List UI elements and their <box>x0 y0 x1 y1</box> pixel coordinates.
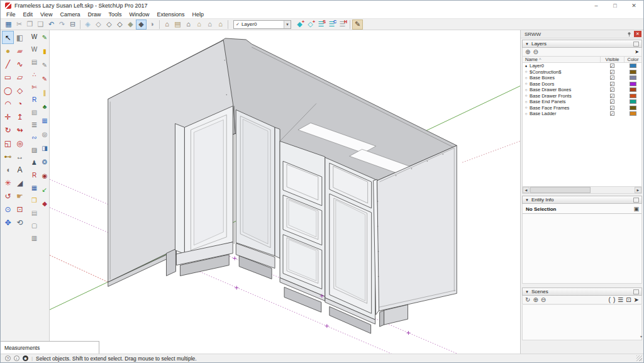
maximize-button[interactable]: □ <box>606 1 625 11</box>
visible-checkbox[interactable]: ✓ <box>610 64 614 68</box>
paint-bucket-tool[interactable]: ● <box>2 44 14 57</box>
layers-panel-header[interactable]: ▼ Layers <box>522 40 642 48</box>
plugin-cutwriter-icon[interactable]: W <box>29 31 40 43</box>
arc-tool[interactable]: ◠ <box>2 97 14 110</box>
paste-button[interactable]: ❑ <box>35 20 46 30</box>
layer-row[interactable]: ○ Base Ladder ✓ <box>523 111 641 117</box>
menu-item[interactable]: Window <box>125 11 153 18</box>
plugin-pencil-gray-icon[interactable]: ✎ <box>40 59 50 72</box>
axes-tool[interactable]: ✳ <box>2 176 14 189</box>
layers-show-stack-icon[interactable]: ☰ S <box>316 20 326 30</box>
menu-item[interactable]: View <box>36 11 56 18</box>
plugin-box-icon[interactable]: ▧ <box>29 106 40 119</box>
layer-color-swatch[interactable] <box>630 75 636 80</box>
copy-button[interactable]: ❐ <box>25 20 35 30</box>
plugin-machines-icon[interactable]: ▤ <box>29 56 40 69</box>
style-wireframe-button[interactable]: ◇ <box>104 20 114 30</box>
scene-view-options-button[interactable]: ☰ <box>618 297 623 303</box>
plugin-rfs-icon[interactable]: R <box>29 169 40 182</box>
pin-icon[interactable] <box>626 31 632 37</box>
plugin-film-icon[interactable]: ▥ <box>29 232 40 245</box>
rectangle-tool[interactable]: ▭ <box>2 70 14 84</box>
scenes-panel-header[interactable]: ▼ Scenes <box>522 288 642 296</box>
layer-details-button[interactable]: ➤ <box>635 50 639 55</box>
undo-button[interactable]: ↶ <box>46 20 57 30</box>
remove-layer-button[interactable]: ⊖ <box>533 49 538 55</box>
plugin-arrow-green-icon[interactable]: ↙ <box>40 183 50 197</box>
layer-row[interactable]: ○ Base Drawer Fronts ✓ <box>523 93 641 99</box>
tape-measure-tool[interactable]: ⊷ <box>2 150 14 163</box>
active-layer-radio[interactable]: ○ <box>523 70 530 74</box>
visible-checkbox[interactable]: ✓ <box>610 99 614 104</box>
minimize-button[interactable]: – <box>587 1 606 11</box>
plugin-whitebox-icon[interactable]: ▢ <box>29 220 40 232</box>
entity-info-header[interactable]: ▼ Entity Info <box>522 196 642 204</box>
offset-tool[interactable]: ◎ <box>14 137 26 150</box>
rotated-rectangle-tool[interactable]: ▱ <box>14 70 26 84</box>
layer-row[interactable]: ○ Base End Panels ✓ <box>523 99 641 105</box>
visible-checkbox[interactable]: ✓ <box>610 75 614 80</box>
pan-tool[interactable]: ☛ <box>14 189 26 203</box>
column-visible[interactable]: Visible <box>600 57 624 62</box>
plugin-grid-icon[interactable]: ▦ <box>40 114 50 128</box>
menu-item[interactable]: Extensions <box>153 11 188 18</box>
plugin-gear-icon[interactable]: ❂ <box>40 155 50 169</box>
layer-row[interactable]: ○ Base Doors ✓ <box>523 81 641 87</box>
scene-update-button[interactable]: ↻ <box>525 297 530 303</box>
tray-titlebar[interactable]: SRWW ✕ <box>521 30 643 38</box>
active-layer-radio[interactable]: ● <box>523 64 530 68</box>
scene-remove-button[interactable]: ⊖ <box>541 297 546 303</box>
plugin-tree-icon[interactable]: ♣ <box>40 100 50 114</box>
cut-button[interactable]: ✂ <box>14 20 25 30</box>
scroll-left-icon[interactable]: ◀ <box>523 187 530 193</box>
plugin-hatch-icon[interactable]: ▨ <box>29 144 40 157</box>
layer-name[interactable]: Base End Panels <box>530 99 600 104</box>
style-monochrome-button[interactable]: ◑ <box>147 20 157 30</box>
threed-text-tool[interactable]: ◢ <box>14 176 26 189</box>
menu-item[interactable]: Tools <box>104 11 125 18</box>
chevron-down-icon[interactable]: ▼ <box>284 21 291 28</box>
view-right-button[interactable]: ⌂ <box>194 20 204 30</box>
plugin-target-icon[interactable]: ◎ <box>40 128 50 142</box>
view-iso-button[interactable]: ⌂ <box>162 20 172 30</box>
style-back-edges-button[interactable]: ◇ <box>93 20 104 30</box>
plugin-pencil-red-icon[interactable]: ✎ <box>40 72 50 86</box>
active-layer-radio[interactable]: ○ <box>523 106 530 109</box>
protractor-tool[interactable]: ◖ <box>2 163 14 176</box>
previous-view-tool[interactable]: ⟲ <box>14 216 26 229</box>
plugin-export-icon[interactable]: ▤ <box>29 207 40 220</box>
layer-name[interactable]: Base Boxes <box>530 75 600 81</box>
eraser-tool[interactable]: ▰ <box>14 44 26 57</box>
plugin-gem-red-icon[interactable]: ◆ <box>40 197 50 211</box>
text-tool[interactable]: A <box>14 163 26 176</box>
view-left-button[interactable]: ⌂ <box>215 20 226 30</box>
menu-item[interactable]: Camera <box>56 11 84 18</box>
add-layer-diamond-icon[interactable]: ◆ + <box>294 20 305 30</box>
scene-move-right-button[interactable]: ) <box>613 297 615 303</box>
menu-item[interactable]: Draw <box>84 11 104 18</box>
active-layer-radio[interactable]: ○ <box>523 82 530 86</box>
layer-color-swatch[interactable] <box>630 111 636 116</box>
corner-lazy-susan-doors[interactable] <box>175 106 280 279</box>
visible-checkbox[interactable]: ✓ <box>610 87 614 92</box>
zoom-extents-tool[interactable]: ✥ <box>2 216 14 229</box>
plugin-panel-yellow-icon[interactable]: ▮ <box>40 45 50 59</box>
plugin-cutter-icon[interactable]: ✄ <box>29 81 40 94</box>
zoom-tool[interactable]: ⊙ <box>2 203 14 216</box>
save-button[interactable]: ▦ <box>3 20 14 30</box>
layer-name[interactable]: Base Ladder <box>530 111 600 116</box>
layer-row[interactable]: ● Layer0 ✓ <box>523 63 641 69</box>
visible-checkbox[interactable]: ✓ <box>610 106 614 110</box>
collapse-arrow-icon[interactable]: ▼ <box>525 42 529 46</box>
print-button[interactable]: ⊟ <box>67 20 78 30</box>
zoom-window-tool[interactable]: ⊡ <box>14 203 26 216</box>
layer-row[interactable]: ○ Base Boxes ✓ <box>523 75 641 81</box>
scene-move-left-button[interactable]: ( <box>609 297 611 303</box>
add-layer-diamond2-icon[interactable]: ◇ + <box>305 20 316 30</box>
active-layer-radio[interactable]: ○ <box>523 88 530 92</box>
active-layer-radio[interactable]: ○ <box>523 76 530 80</box>
view-back-button[interactable]: ⌂ <box>204 20 215 30</box>
line-tool[interactable]: ╱ <box>2 57 14 70</box>
active-layer-radio[interactable]: ○ <box>523 94 530 98</box>
orbit-tool[interactable]: ↺ <box>2 189 14 203</box>
